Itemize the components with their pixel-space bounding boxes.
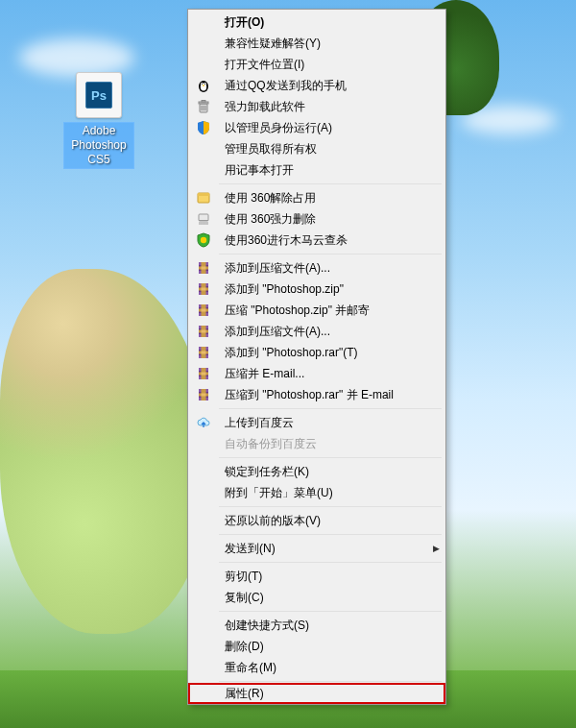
menu-item[interactable]: 使用 360解除占用 — [190, 187, 444, 208]
winrar-icon — [190, 384, 217, 405]
menu-icon-blank — [190, 33, 217, 54]
svg-rect-58 — [202, 373, 206, 376]
menu-item[interactable]: 压缩 "Photoshop.zip" 并邮寄 — [190, 300, 444, 321]
svg-rect-15 — [199, 214, 208, 221]
menu-item[interactable]: 压缩并 E-mail... — [190, 363, 444, 384]
menu-item[interactable]: 重命名(M) — [190, 657, 444, 678]
menu-item[interactable]: 还原以前的版本(V) — [190, 510, 444, 531]
menu-item-label: 压缩并 E-mail... — [217, 366, 444, 382]
menu-separator — [219, 506, 442, 507]
menu-separator — [219, 408, 442, 409]
menu-icon-blank — [190, 138, 217, 159]
shield-icon — [190, 117, 217, 138]
menu-item[interactable]: 创建快捷方式(S) — [190, 615, 444, 636]
menu-item[interactable]: 发送到(N)▶ — [190, 538, 444, 559]
menu-icon-blank — [190, 657, 217, 678]
menu-separator — [219, 254, 442, 255]
menu-item-label: 强力卸载此软件 — [217, 99, 444, 115]
context-menu[interactable]: 打开(O)兼容性疑难解答(Y)打开文件位置(I)通过QQ发送到我的手机强力卸载此… — [187, 9, 446, 705]
svg-rect-46 — [202, 330, 206, 333]
menu-icon-blank — [190, 482, 217, 503]
menu-item-label: 还原以前的版本(V) — [217, 513, 444, 529]
menu-item-label: 兼容性疑难解答(Y) — [217, 36, 444, 52]
svg-rect-34 — [202, 288, 206, 291]
menu-item-label: 添加到 "Photoshop.rar"(T) — [217, 345, 444, 361]
menu-item[interactable]: 打开文件位置(I) — [190, 54, 444, 75]
menu-item-label: 压缩到 "Photoshop.rar" 并 E-mail — [217, 387, 444, 403]
menu-item[interactable]: 打开(O) — [190, 12, 444, 33]
menu-separator — [219, 534, 442, 535]
menu-item-label: 发送到(N) — [217, 541, 428, 557]
menu-item[interactable]: 用记事本打开 — [190, 159, 444, 181]
menu-item-label: 复制(C) — [217, 590, 444, 606]
menu-item[interactable]: 通过QQ发送到我的手机 — [190, 75, 444, 96]
360-shred-icon — [190, 208, 217, 230]
menu-item-label: 附到「开始」菜单(U) — [217, 485, 444, 501]
menu-item-label: 剪切(T) — [217, 569, 444, 585]
menu-icon-blank — [190, 615, 217, 636]
svg-rect-64 — [202, 394, 206, 397]
menu-icon-blank — [190, 683, 217, 704]
menu-item[interactable]: 添加到压缩文件(A)... — [190, 257, 444, 279]
menu-item[interactable]: 强力卸载此软件 — [190, 96, 444, 117]
menu-item-label: 使用360进行木马云查杀 — [217, 232, 444, 249]
svg-rect-16 — [199, 220, 208, 221]
menu-icon-blank — [190, 587, 217, 608]
desktop-shortcut-photoshop[interactable]: Ps Adobe Photoshop CS5 — [63, 72, 134, 169]
menu-separator — [219, 562, 442, 563]
menu-item[interactable]: 添加到 "Photoshop.rar"(T) — [190, 342, 444, 363]
menu-item[interactable]: 属性(R) — [188, 683, 445, 704]
menu-item[interactable]: 剪切(T) — [190, 566, 444, 587]
menu-item-label: 压缩 "Photoshop.zip" 并邮寄 — [217, 303, 444, 319]
menu-item-label: 添加到压缩文件(A)... — [217, 260, 444, 277]
menu-item-label: 上传到百度云 — [217, 415, 444, 431]
menu-item[interactable]: 锁定到任务栏(K) — [190, 461, 444, 482]
svg-point-22 — [201, 237, 206, 243]
menu-item[interactable]: 管理员取得所有权 — [190, 138, 444, 159]
svg-point-5 — [204, 84, 205, 85]
menu-item[interactable]: 兼容性疑难解答(Y) — [190, 33, 444, 54]
menu-item[interactable]: 复制(C) — [190, 587, 444, 608]
360-shield-icon — [190, 230, 217, 251]
menu-item-label: 锁定到任务栏(K) — [217, 464, 444, 480]
svg-rect-52 — [202, 352, 206, 354]
submenu-arrow-icon: ▶ — [428, 544, 444, 553]
winrar-icon — [190, 342, 217, 363]
menu-item-label: 以管理员身份运行(A) — [217, 120, 444, 136]
menu-icon-blank — [190, 566, 217, 587]
winrar-icon — [190, 257, 217, 279]
desktop-icon-label: Adobe Photoshop CS5 — [63, 122, 134, 169]
menu-item-label: 属性(R) — [217, 686, 444, 702]
menu-separator — [219, 183, 442, 184]
menu-separator — [219, 681, 442, 682]
winrar-icon — [190, 300, 217, 321]
menu-item[interactable]: 附到「开始」菜单(U) — [190, 482, 444, 503]
qq-penguin-icon — [190, 75, 217, 96]
menu-item[interactable]: 上传到百度云 — [190, 412, 444, 433]
menu-item[interactable]: 压缩到 "Photoshop.rar" 并 E-mail — [190, 384, 444, 405]
menu-item[interactable]: 使用 360强力删除 — [190, 208, 444, 230]
menu-item-label: 使用 360解除占用 — [217, 190, 444, 206]
360-unlock-icon — [190, 187, 217, 208]
menu-item-label: 打开文件位置(I) — [217, 57, 444, 73]
svg-rect-28 — [202, 267, 206, 270]
menu-item-label: 使用 360强力删除 — [217, 211, 444, 228]
menu-item-label: 用记事本打开 — [217, 162, 444, 179]
menu-item-label: 添加到压缩文件(A)... — [217, 324, 444, 340]
menu-icon-blank — [190, 159, 217, 181]
svg-point-6 — [203, 85, 204, 85]
menu-item[interactable]: 以管理员身份运行(A) — [190, 117, 444, 138]
menu-item[interactable]: 使用360进行木马云查杀 — [190, 230, 444, 251]
menu-item-label: 管理员取得所有权 — [217, 141, 444, 158]
menu-item[interactable]: 添加到压缩文件(A)... — [190, 321, 444, 342]
menu-icon-blank — [190, 54, 217, 75]
menu-icon-blank — [190, 510, 217, 531]
menu-item-label: 通过QQ发送到我的手机 — [217, 78, 444, 94]
menu-item[interactable]: 添加到 "Photoshop.zip" — [190, 279, 444, 300]
menu-item[interactable]: 删除(D) — [190, 636, 444, 657]
menu-item-label: 添加到 "Photoshop.zip" — [217, 281, 444, 298]
menu-icon-blank — [190, 433, 217, 454]
menu-item-label: 删除(D) — [217, 639, 444, 655]
winrar-icon — [190, 321, 217, 342]
trash-icon — [190, 96, 217, 117]
